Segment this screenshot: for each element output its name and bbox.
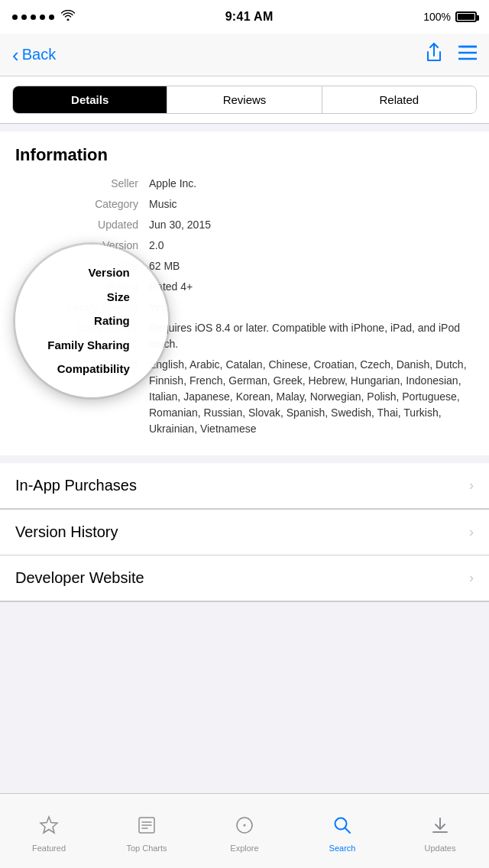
share-button[interactable] xyxy=(425,42,443,68)
top-charts-tab-label: Top Charts xyxy=(126,844,167,853)
seller-value: Apple Inc. xyxy=(149,176,474,192)
version-history-label: Version History xyxy=(15,523,118,541)
version-history-item[interactable]: Version History › xyxy=(0,510,489,555)
tab-top-charts[interactable]: Top Charts xyxy=(98,809,196,853)
compass-icon xyxy=(235,815,254,840)
signal-dot xyxy=(49,15,54,20)
svg-line-12 xyxy=(345,828,350,833)
search-tab-label: Search xyxy=(329,844,356,853)
tab-updates[interactable]: Updates xyxy=(391,809,489,853)
main-content: Information Seller Apple Inc. Category M… xyxy=(0,124,489,807)
version-label: Version xyxy=(15,238,149,254)
battery-area: 100% xyxy=(423,11,477,23)
tab-bar: Featured Top Charts Explore xyxy=(0,793,489,868)
info-row-size: Size 62 MB xyxy=(15,258,474,274)
svg-point-11 xyxy=(335,818,347,830)
in-app-purchases-label: In-App Purchases xyxy=(15,477,137,494)
size-value: 62 MB xyxy=(149,258,474,274)
star-icon xyxy=(39,815,59,840)
segment-control: Details Reviews Related xyxy=(12,86,477,114)
updated-label: Updated xyxy=(15,217,149,233)
explore-tab-label: Explore xyxy=(230,844,258,853)
rating-label: Rating xyxy=(15,279,149,295)
chevron-right-icon: › xyxy=(469,524,474,540)
back-label[interactable]: Back xyxy=(22,46,56,63)
family-sharing-label: Family Sharing xyxy=(15,300,149,316)
tab-details[interactable]: Details xyxy=(13,86,167,113)
in-app-purchases-item[interactable]: In-App Purchases › xyxy=(0,463,489,509)
category-label: Category xyxy=(15,196,149,212)
battery-percent: 100% xyxy=(423,11,451,23)
languages-label: Languages xyxy=(15,357,149,373)
developer-website-item[interactable]: Developer Website › xyxy=(0,555,489,601)
status-bar: 9:41 AM 100% xyxy=(0,0,489,34)
chevron-right-icon: › xyxy=(469,478,474,494)
info-row-languages: Languages English, Arabic, Catalan, Chin… xyxy=(15,357,474,437)
tab-featured[interactable]: Featured xyxy=(0,809,98,853)
compatibility-value: Requires iOS 8.4 or later. Compatible wi… xyxy=(149,320,474,352)
signal-area xyxy=(12,10,75,24)
battery-icon xyxy=(455,11,477,22)
version-value: 2.0 xyxy=(149,238,474,254)
info-row-updated: Updated Jun 30, 2015 xyxy=(15,217,474,233)
chevron-right-icon: › xyxy=(469,570,474,586)
list-section: In-App Purchases › Version History › Dev… xyxy=(0,463,489,602)
top-charts-icon xyxy=(137,815,157,840)
svg-marker-4 xyxy=(40,817,57,833)
tab-explore[interactable]: Explore xyxy=(196,809,293,853)
languages-value: English, Arabic, Catalan, Chinese, Croat… xyxy=(149,357,474,437)
updates-tab-label: Updates xyxy=(425,844,456,853)
updated-value: Jun 30, 2015 xyxy=(149,217,474,233)
tab-reviews[interactable]: Reviews xyxy=(167,86,322,113)
tab-related[interactable]: Related xyxy=(322,86,476,113)
battery-level xyxy=(458,14,474,20)
rating-value: Rated 4+ xyxy=(149,279,474,295)
signal-dot xyxy=(12,15,18,20)
updates-icon xyxy=(430,815,450,840)
size-label: Size xyxy=(15,258,149,274)
family-sharing-value: Yes xyxy=(149,300,474,316)
navigation-bar: ‹ Back xyxy=(0,34,489,76)
featured-tab-label: Featured xyxy=(32,844,66,853)
list-button[interactable] xyxy=(458,44,477,66)
category-value: Music xyxy=(149,196,474,212)
nav-right-actions xyxy=(425,42,477,68)
search-icon xyxy=(332,815,352,840)
signal-dot xyxy=(40,15,45,20)
information-section: Information Seller Apple Inc. Category M… xyxy=(0,131,489,455)
time-display: 9:41 AM xyxy=(225,10,274,24)
back-button[interactable]: ‹ Back xyxy=(12,45,56,65)
seller-label: Seller xyxy=(15,176,149,192)
info-row-version: Version 2.0 xyxy=(15,238,474,254)
info-row-compatibility: Compatibility Requires iOS 8.4 or later.… xyxy=(15,320,474,352)
info-row-seller: Seller Apple Inc. xyxy=(15,176,474,192)
wifi-icon xyxy=(61,10,75,24)
back-chevron-icon: ‹ xyxy=(12,45,19,65)
info-row-category: Category Music xyxy=(15,196,474,212)
signal-dot xyxy=(21,15,27,20)
developer-website-label: Developer Website xyxy=(15,569,144,587)
info-row-family-sharing: Family Sharing Yes xyxy=(15,300,474,316)
info-row-rating: Rating Rated 4+ xyxy=(15,279,474,295)
information-title: Information xyxy=(15,145,474,165)
tab-search[interactable]: Search xyxy=(293,809,391,853)
signal-dot xyxy=(31,15,36,20)
svg-point-10 xyxy=(244,824,246,827)
compatibility-label: Compatibility xyxy=(15,320,149,336)
